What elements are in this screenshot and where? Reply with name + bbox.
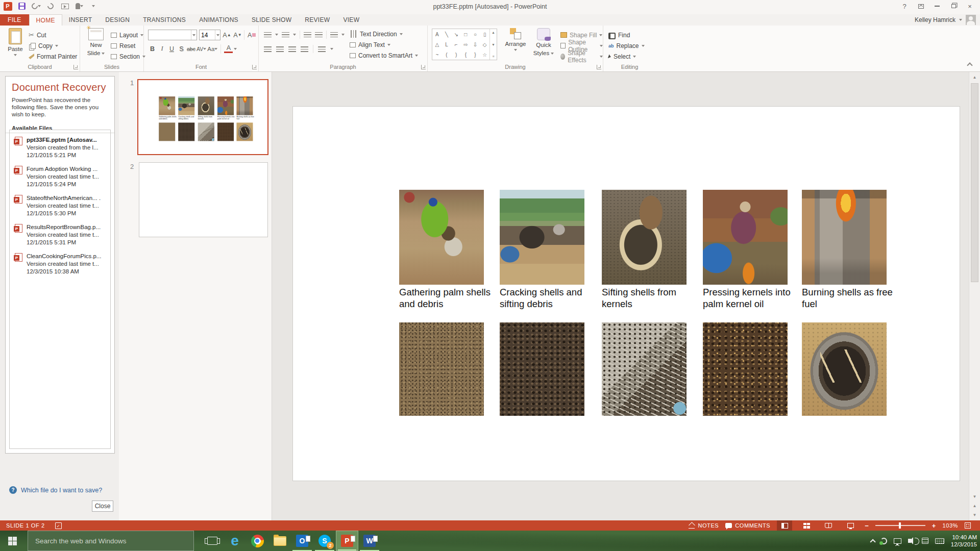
restore-icon[interactable] [945, 0, 962, 12]
slide-image-pressing[interactable] [703, 190, 788, 285]
italic-button[interactable]: I [158, 44, 166, 54]
font-color-button[interactable]: A [224, 45, 233, 53]
zoom-slider-handle[interactable] [899, 522, 901, 529]
action-center-icon[interactable] [922, 538, 928, 544]
shape-curve-icon[interactable]: ) [455, 52, 457, 58]
shape-arrow-line-icon[interactable]: ↘ [454, 32, 458, 37]
cut-button[interactable]: ✂Cut [29, 30, 77, 40]
text-direction-button[interactable]: Text Direction [350, 29, 418, 39]
task-view-button[interactable] [201, 531, 224, 551]
change-case-button[interactable]: Aa [207, 44, 217, 54]
font-dialog-launcher-icon[interactable] [252, 65, 257, 69]
grow-font-button[interactable]: A▲ [223, 30, 231, 40]
shape-right-brace-icon[interactable]: } [474, 52, 476, 58]
outlook-button[interactable]: O [291, 531, 313, 551]
close-icon[interactable]: × [962, 0, 978, 12]
shape-diamond-icon[interactable]: ◇ [483, 42, 487, 47]
tab-design[interactable]: DESIGN [99, 14, 136, 26]
recovered-file-item[interactable]: Forum Adoption Working ...Version create… [10, 159, 110, 188]
paste-button[interactable]: Paste [4, 28, 27, 56]
comments-button[interactable]: COMMENTS [725, 522, 770, 529]
touch-keyboard-icon[interactable] [935, 538, 944, 544]
copy-button[interactable]: Copy [29, 40, 77, 51]
tab-file[interactable]: FILE [0, 14, 29, 26]
chevron-down-icon[interactable] [341, 34, 345, 36]
line-spacing-icon[interactable] [330, 32, 338, 38]
chrome-button[interactable] [246, 531, 268, 551]
reading-view-button[interactable] [821, 520, 836, 531]
slide-2-thumbnail[interactable] [139, 162, 268, 237]
reset-button[interactable]: Reset [111, 40, 145, 51]
chevron-down-icon[interactable] [293, 34, 296, 36]
slide-image-burning[interactable] [802, 190, 887, 285]
zoom-level[interactable]: 103% [942, 522, 958, 529]
next-slide-icon[interactable]: ▼ [969, 511, 980, 519]
search-input[interactable] [28, 531, 193, 550]
slide-image-shells[interactable] [500, 322, 584, 416]
shape-arc-icon[interactable]: ( [446, 52, 447, 58]
bullets-icon[interactable] [264, 32, 272, 38]
scroll-down-icon[interactable]: ▼ [969, 492, 980, 501]
tray-expand-icon[interactable] [870, 539, 874, 543]
scrollbar-thumb[interactable] [971, 83, 978, 282]
file-explorer-button[interactable] [268, 531, 291, 551]
increase-indent-icon[interactable] [315, 32, 323, 38]
tab-home[interactable]: HOME [29, 14, 62, 26]
shape-triangle-icon[interactable]: △ [435, 42, 439, 47]
decrease-indent-icon[interactable] [304, 32, 311, 38]
image-caption[interactable]: Burning shells as free fuel [802, 286, 895, 310]
slide-indicator[interactable]: SLIDE 1 OF 2 [6, 522, 45, 529]
bold-button[interactable]: B [148, 44, 157, 54]
strikethrough-button[interactable]: abc [187, 44, 195, 54]
slide-1-thumbnail[interactable]: Gathering palm shells and debris Crackin… [137, 79, 268, 155]
shapes-gallery-scroll[interactable]: ▲▼≡ [489, 29, 497, 60]
clear-formatting-button[interactable]: A [244, 30, 256, 40]
shape-line-icon[interactable]: ╲ [445, 32, 448, 37]
tab-animations[interactable]: ANIMATIONS [192, 14, 245, 26]
find-button[interactable]: Find [608, 30, 645, 40]
underline-button[interactable]: U [167, 44, 176, 54]
close-button[interactable]: Close [92, 500, 113, 512]
start-button[interactable] [0, 531, 24, 551]
word-button[interactable]: W [358, 531, 381, 551]
slide-sorter-view-button[interactable] [799, 520, 814, 531]
spell-check-icon[interactable]: ✓ [55, 522, 62, 529]
character-spacing-button[interactable]: AV [197, 44, 206, 54]
slide-image-cracking[interactable] [500, 190, 584, 285]
image-caption[interactable]: Sifting shells from kernels [602, 286, 695, 310]
zoom-slider[interactable] [875, 525, 925, 526]
fit-to-window-icon[interactable] [965, 522, 971, 529]
tab-review[interactable]: REVIEW [298, 14, 336, 26]
zoom-out-button[interactable]: − [865, 522, 869, 530]
shape-scribble-icon[interactable]: ~ [435, 52, 438, 58]
shape-down-arrow-icon[interactable]: ⇩ [473, 42, 477, 47]
text-shadow-button[interactable]: S [177, 44, 186, 54]
tab-view[interactable]: VIEW [336, 14, 366, 26]
arrange-button[interactable]: Arrange [502, 28, 529, 51]
shapes-gallery[interactable]: A ╲ ↘ □ ○ ▯ △ L ⌐ ⇨ ⇩ ◇ ~ ( ) { } ☆ ▲▼≡ [432, 29, 497, 60]
slide-image-kernels[interactable] [703, 322, 788, 416]
tab-slideshow[interactable]: SLIDE SHOW [245, 14, 298, 26]
chevron-down-icon[interactable] [330, 48, 333, 50]
network-icon[interactable] [894, 538, 901, 544]
previous-slide-icon[interactable]: ▲ [969, 502, 980, 510]
shape-textbox-icon[interactable]: A [435, 32, 439, 37]
edge-button[interactable]: e [224, 531, 246, 551]
clipboard-dialog-launcher-icon[interactable] [74, 65, 78, 69]
vertical-scrollbar[interactable]: ▲ ▼ ▲ ▼ [969, 72, 980, 520]
align-left-icon[interactable] [264, 46, 272, 52]
recovered-file-item[interactable]: ResultsReportBrownBag.p...Version create… [10, 217, 110, 246]
help-icon[interactable]: ? [896, 0, 913, 12]
align-text-button[interactable]: Align Text [350, 39, 418, 50]
format-painter-button[interactable]: Format Painter [29, 51, 77, 62]
shape-rounded-rectangle-icon[interactable]: ▯ [483, 32, 486, 37]
justify-icon[interactable] [301, 46, 308, 52]
sync-icon[interactable] [880, 538, 887, 544]
shape-left-brace-icon[interactable]: { [465, 52, 467, 58]
volume-icon[interactable] [908, 539, 915, 543]
shape-effects-button[interactable]: Shape Effects [560, 51, 603, 62]
slide-image-gravel[interactable] [399, 322, 484, 416]
columns-icon[interactable] [318, 46, 326, 52]
convert-smartart-button[interactable]: Convert to SmartArt [350, 50, 418, 61]
slide-canvas[interactable]: Gathering palm shells and debris Crackin… [292, 106, 960, 481]
